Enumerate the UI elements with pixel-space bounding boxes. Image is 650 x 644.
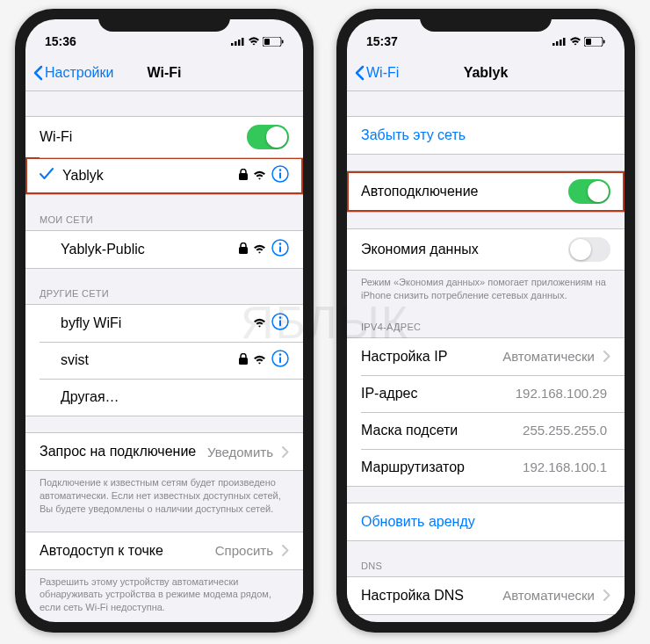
hotspot-footer: Разрешить этому устройству автоматически… bbox=[25, 570, 303, 615]
hotspot-label: Автодоступ к точке bbox=[40, 543, 215, 559]
status-time: 15:36 bbox=[45, 34, 76, 48]
info-icon[interactable] bbox=[271, 350, 289, 371]
network-name: svist bbox=[61, 352, 239, 368]
chevron-right-icon bbox=[282, 545, 289, 556]
dns-header: DNS bbox=[347, 557, 625, 576]
info-icon[interactable] bbox=[271, 239, 289, 260]
info-icon[interactable] bbox=[271, 313, 289, 334]
hotspot-value: Спросить bbox=[215, 543, 273, 558]
svg-point-9 bbox=[279, 169, 282, 171]
ask-to-join-row[interactable]: Запрос на подключение Уведомить bbox=[25, 433, 303, 470]
router-value: 192.168.100.1 bbox=[523, 459, 607, 474]
checkmark-icon bbox=[40, 168, 54, 184]
wifi-strength-icon bbox=[253, 242, 266, 257]
router-row: Маршрутизатор 192.168.100.1 bbox=[347, 449, 625, 486]
ip-value: 192.168.100.29 bbox=[516, 386, 607, 401]
ask-join-value: Уведомить bbox=[207, 445, 273, 459]
phone-left: 15:36 Настройки Wi-Fi Wi-Fi bbox=[15, 9, 314, 633]
chevron-left-icon bbox=[32, 65, 43, 81]
ipv4-header: IPV4-АДРЕС bbox=[347, 318, 625, 337]
dns-label: Настройка DNS bbox=[361, 588, 502, 604]
hotspot-row[interactable]: Автодоступ к точке Спросить bbox=[25, 532, 303, 569]
wifi-toggle[interactable] bbox=[247, 125, 289, 149]
signal-icon bbox=[231, 37, 245, 46]
lowdata-row: Экономия данных bbox=[347, 229, 625, 270]
mask-label: Маска подсети bbox=[361, 423, 523, 438]
back-button[interactable]: Wi-Fi bbox=[354, 65, 399, 81]
autojoin-toggle[interactable] bbox=[568, 179, 610, 204]
battery-icon bbox=[584, 37, 605, 47]
nav-title: Yablyk bbox=[464, 65, 509, 81]
configure-dns-row[interactable]: Настройка DNS Автоматически bbox=[347, 577, 625, 614]
wifi-icon bbox=[248, 37, 260, 46]
svg-rect-0 bbox=[231, 43, 234, 46]
configure-ip-label: Настройка IP bbox=[361, 349, 502, 365]
dns-value: Автоматически bbox=[502, 588, 595, 603]
svg-rect-18 bbox=[239, 358, 248, 365]
network-row[interactable]: svist bbox=[25, 342, 303, 379]
chevron-right-icon bbox=[603, 351, 610, 362]
svg-rect-3 bbox=[242, 38, 244, 46]
nav-title: Wi-Fi bbox=[148, 65, 182, 81]
svg-rect-22 bbox=[552, 43, 555, 46]
network-name: Yablyk bbox=[62, 168, 239, 184]
ip-address-row: IP-адрес 192.168.100.29 bbox=[347, 375, 625, 412]
lowdata-toggle[interactable] bbox=[568, 237, 610, 262]
network-name: Другая… bbox=[61, 389, 289, 405]
network-row[interactable]: Yablyk-Public bbox=[25, 231, 303, 268]
svg-rect-23 bbox=[556, 41, 559, 46]
svg-rect-6 bbox=[282, 40, 284, 43]
chevron-right-icon bbox=[282, 446, 289, 458]
ask-join-footer: Подключение к известным сетям будет прои… bbox=[25, 471, 303, 516]
lock-icon bbox=[239, 168, 248, 184]
phone-right: 15:37 Wi-Fi Yablyk Забыть эту сеть bbox=[336, 9, 635, 633]
my-networks-header: МОИ СЕТИ bbox=[25, 211, 303, 230]
ip-label: IP-адрес bbox=[361, 386, 516, 402]
mask-value: 255.255.255.0 bbox=[523, 423, 607, 438]
back-button[interactable]: Настройки bbox=[32, 65, 113, 81]
svg-rect-7 bbox=[239, 173, 248, 180]
network-name: byfly WiFi bbox=[61, 315, 253, 331]
nav-bar: Настройки Wi-Fi bbox=[25, 54, 303, 91]
lowdata-label: Экономия данных bbox=[361, 242, 568, 257]
router-label: Маршрутизатор bbox=[361, 459, 523, 475]
svg-rect-21 bbox=[279, 357, 281, 363]
configure-ip-row[interactable]: Настройка IP Автоматически bbox=[347, 338, 625, 375]
svg-rect-11 bbox=[239, 247, 248, 254]
lock-icon bbox=[239, 242, 248, 257]
svg-point-13 bbox=[279, 242, 282, 245]
chevron-left-icon bbox=[354, 65, 365, 81]
signal-icon bbox=[552, 37, 567, 46]
svg-rect-28 bbox=[603, 40, 605, 43]
network-name: Yablyk-Public bbox=[61, 242, 239, 257]
connected-network-row[interactable]: Yablyk bbox=[25, 157, 303, 194]
status-indicators bbox=[552, 37, 605, 47]
svg-rect-1 bbox=[235, 41, 237, 46]
chevron-right-icon bbox=[603, 590, 610, 601]
nav-bar: Wi-Fi Yablyk bbox=[347, 54, 625, 91]
svg-rect-25 bbox=[563, 38, 566, 46]
renew-lease-row[interactable]: Обновить аренду bbox=[347, 503, 625, 540]
battery-icon bbox=[263, 37, 284, 47]
svg-rect-10 bbox=[279, 172, 281, 178]
configure-ip-value: Автоматически bbox=[502, 349, 595, 364]
wifi-strength-icon bbox=[253, 315, 266, 331]
other-network-row[interactable]: Другая… bbox=[25, 379, 303, 416]
wifi-strength-icon bbox=[253, 168, 266, 184]
subnet-mask-row: Маска подсети 255.255.255.0 bbox=[347, 412, 625, 449]
forget-network-row[interactable]: Забыть эту сеть bbox=[347, 117, 625, 154]
svg-rect-24 bbox=[560, 40, 562, 46]
autojoin-row: Автоподключение bbox=[347, 171, 625, 212]
svg-rect-17 bbox=[279, 320, 281, 326]
network-row[interactable]: byfly WiFi bbox=[25, 305, 303, 342]
wifi-toggle-label: Wi-Fi bbox=[40, 129, 247, 145]
wifi-icon bbox=[569, 37, 581, 46]
info-icon[interactable] bbox=[271, 165, 289, 186]
notch bbox=[420, 9, 552, 32]
wifi-strength-icon bbox=[253, 352, 266, 368]
svg-rect-14 bbox=[279, 246, 281, 252]
forget-label: Забыть эту сеть bbox=[361, 127, 610, 143]
lock-icon bbox=[239, 352, 248, 368]
autojoin-label: Автоподключение bbox=[361, 184, 568, 199]
other-networks-header: ДРУГИЕ СЕТИ bbox=[25, 285, 303, 304]
